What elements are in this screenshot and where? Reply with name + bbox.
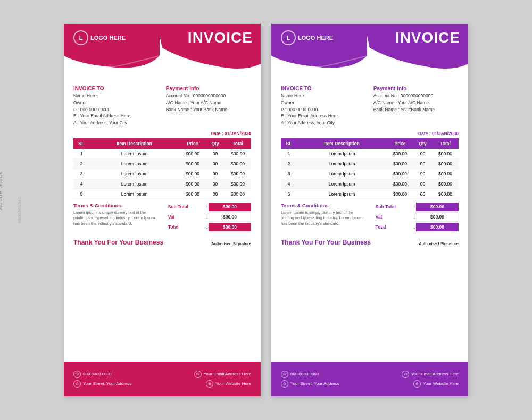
website-icon: ⊕ xyxy=(206,380,213,388)
logo-area-2: L LOGO HERE xyxy=(281,30,333,45)
cell-total: $00.00 xyxy=(432,189,459,199)
cell-desc: Lorem Ipsum xyxy=(297,179,387,189)
totals-value: $00.00 xyxy=(209,223,251,231)
footer-address-text: Your Street, Your Address xyxy=(290,381,339,386)
cell-sl: 2 xyxy=(281,158,297,169)
date-line-2: Date : 01/JAN/2030 xyxy=(281,131,459,136)
cell-total: $00.00 xyxy=(432,169,459,179)
logo-text-1: LOGO HERE xyxy=(90,35,126,41)
invoice-table-1: SL Item Description Price Qty Total 1Lor… xyxy=(73,138,251,199)
cell-sl: 5 xyxy=(73,189,89,199)
cell-desc: Lorem Ipsum xyxy=(297,158,387,169)
cell-price: $00.00 xyxy=(179,149,206,159)
date-text-2: Date : 01/JAN/2030 xyxy=(418,131,459,136)
payment-info-2: Payment Info Account No : 0000000000000 … xyxy=(373,86,459,127)
cell-total: $00.00 xyxy=(432,149,459,159)
th-total-2: Total xyxy=(432,138,459,149)
totals-row: Sub Total : $00.00 xyxy=(373,203,459,211)
bill-phone-1: P : 000 0000 0000 xyxy=(73,106,159,113)
bill-email-1: E : Your Email Address Here xyxy=(73,113,159,120)
table-row: 1Lorem Ipsum$00.0000$00.00 xyxy=(73,149,251,159)
phone-icon: ☏ xyxy=(73,371,81,378)
table-row: 2Lorem Ipsum$00.0000$00.00 xyxy=(73,158,251,169)
invoice-header-1: L LOGO HERE INVOICE xyxy=(64,24,261,77)
footer-website: ⊕ Your Website Here xyxy=(206,380,251,388)
cell-qty: 00 xyxy=(206,169,225,179)
terms-2: Terms & Conditions Lorem Ipsum is simply… xyxy=(281,203,366,232)
payment-account-2: Account No : 0000000000000 xyxy=(373,93,459,99)
cell-sl: 3 xyxy=(281,169,297,179)
th-total-1: Total xyxy=(225,138,251,149)
payment-bank-1: Bank Name : Your:Bank Name xyxy=(166,106,251,113)
table-row: 4Lorem Ipsum$00.0000$00.00 xyxy=(73,179,251,189)
totals-label: Total xyxy=(166,223,205,231)
cell-sl: 1 xyxy=(73,149,89,159)
footer-email: ✉ Your Email Address Here xyxy=(194,371,251,378)
cell-total: $00.00 xyxy=(225,189,251,199)
table-row: 3Lorem Ipsum$00.0000$00.00 xyxy=(281,169,459,179)
terms-text-1: Lorem Ipsum is simply dummy text of the … xyxy=(73,210,159,227)
cell-sl: 2 xyxy=(73,158,89,169)
cell-sl: 4 xyxy=(73,179,89,189)
payment-acname-2: A/C Name : Your A/C Name xyxy=(373,99,459,106)
totals-label: Sub Total xyxy=(373,203,413,211)
bill-role-1: Owner xyxy=(73,99,159,106)
invoice-card-1: L LOGO HERE INVOICE INVOICE TO Name Here… xyxy=(64,24,261,396)
cell-qty: 00 xyxy=(206,158,225,169)
location-icon: ⊙ xyxy=(73,380,81,388)
bill-address-2: A : Your Address, Your City xyxy=(281,120,366,127)
bill-to-2: INVOICE TO Name Here Owner P : 000 0000 … xyxy=(281,86,366,127)
cell-price: $00.00 xyxy=(179,158,206,169)
cell-sl: 5 xyxy=(281,189,297,199)
totals-label: Vat xyxy=(373,213,413,221)
payment-bank-2: Bank Name : Your:Bank Name xyxy=(373,106,459,113)
th-price-2: Price xyxy=(387,138,413,149)
th-qty-1: Qty xyxy=(206,138,225,149)
cell-total: $00.00 xyxy=(432,179,459,189)
table-row: 3Lorem Ipsum$00.0000$00.00 xyxy=(73,169,251,179)
cell-price: $00.00 xyxy=(179,189,206,199)
thank-you-row-1: Thank You For Your Business Authorised S… xyxy=(73,234,251,248)
bill-name-2: Name Here xyxy=(281,93,366,99)
thank-you-text-1: Thank You For Your Business xyxy=(73,239,163,246)
footer-row-top: ☏ 000 0000 0000 ✉ Your Email Address Her… xyxy=(73,371,251,378)
cell-desc: Lorem Ipsum xyxy=(89,149,179,159)
footer-row-bottom: ⊙ Your Street, Your Address ⊕ Your Websi… xyxy=(73,380,251,388)
page-wrapper: L LOGO HERE INVOICE INVOICE TO Name Here… xyxy=(53,8,479,412)
totals-row: Sub Total : $00.00 xyxy=(166,203,251,211)
totals-row: Total : $00.00 xyxy=(373,223,459,231)
bill-to-1: INVOICE TO Name Here Owner P : 000 0000 … xyxy=(73,86,159,127)
thank-you-row-2: Thank You For Your Business Authorised S… xyxy=(281,234,459,248)
invoice-header-2: L LOGO HERE INVOICE xyxy=(271,24,468,77)
cell-qty: 00 xyxy=(206,179,225,189)
totals-label: Vat xyxy=(166,213,205,221)
footer-row-bottom: ⊙ Your Street, Your Address ⊕ Your Websi… xyxy=(281,380,459,388)
cell-total: $00.00 xyxy=(432,158,459,169)
invoice-body-1: INVOICE TO Name Here Owner P : 000 0000 … xyxy=(64,77,261,358)
invoice-to-label-2: INVOICE TO xyxy=(281,86,366,91)
date-text-1: Date : 01/JAN/2030 xyxy=(211,131,251,136)
terms-label-1: Terms & Conditions xyxy=(73,203,159,208)
totals-row: Vat : $00.00 xyxy=(166,212,251,222)
payment-acname-1: A/C Name : Your A/C Name xyxy=(166,99,251,106)
totals-value: $00.00 xyxy=(209,212,251,222)
cell-sl: 4 xyxy=(281,179,297,189)
footer-phone: ☏ 000 0000 0000 xyxy=(281,371,319,378)
cell-qty: 00 xyxy=(413,189,432,199)
cell-desc: Lorem Ipsum xyxy=(89,189,179,199)
email-icon: ✉ xyxy=(402,371,409,378)
cell-price: $00.00 xyxy=(387,189,413,199)
totals-value: $00.00 xyxy=(416,223,459,231)
invoice-body-2: INVOICE TO Name Here Owner P : 000 0000 … xyxy=(271,77,468,358)
invoice-card-2: L LOGO HERE INVOICE INVOICE TO Name Here… xyxy=(271,24,468,396)
phone-icon: ☏ xyxy=(281,371,288,378)
footer-section-2: Terms & Conditions Lorem Ipsum is simply… xyxy=(281,203,459,232)
cell-desc: Lorem Ipsum xyxy=(89,169,179,179)
cell-qty: 00 xyxy=(413,179,432,189)
terms-1: Terms & Conditions Lorem Ipsum is simply… xyxy=(73,203,159,232)
footer-bar-2: ☏ 000 0000 0000 ✉ Your Email Address Her… xyxy=(271,362,468,396)
logo-icon-2: L xyxy=(281,30,296,45)
invoice-title-2: INVOICE xyxy=(395,29,460,46)
totals-value: $00.00 xyxy=(416,212,459,222)
payment-label-2: Payment Info xyxy=(373,86,459,91)
